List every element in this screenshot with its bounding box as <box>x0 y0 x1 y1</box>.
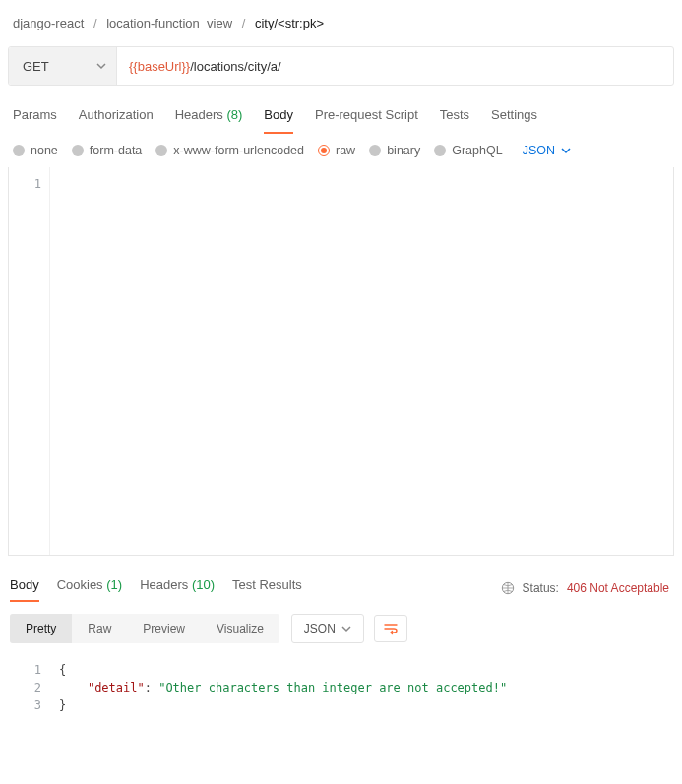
breadcrumb-part[interactable]: location-function_view <box>106 16 232 30</box>
url-variable: {{baseUrl}} <box>129 59 190 74</box>
resp-tab-headers-count: (10) <box>192 577 215 592</box>
breadcrumb-current: city/<str:pk> <box>255 16 324 30</box>
resp-tab-body[interactable]: Body <box>10 573 39 602</box>
line-number: 1 <box>8 661 41 679</box>
resp-tab-tests[interactable]: Test Results <box>232 573 302 602</box>
tab-settings[interactable]: Settings <box>491 101 537 134</box>
resp-tab-headers-label: Headers <box>140 577 188 592</box>
method-label: GET <box>23 59 49 74</box>
chevron-down-icon <box>96 61 106 71</box>
radio-icon <box>155 145 167 156</box>
resp-tab-cookies-count: (1) <box>106 577 122 592</box>
tab-headers[interactable]: Headers (8) <box>175 101 243 134</box>
response-content: { "detail": "Other characters than integ… <box>49 653 674 742</box>
radio-icon <box>434 145 446 156</box>
resp-tab-cookies-label: Cookies <box>57 577 103 592</box>
editor-content[interactable] <box>50 167 673 555</box>
status-label: Status: <box>523 581 559 595</box>
line-number: 2 <box>8 679 41 696</box>
tab-tests[interactable]: Tests <box>440 101 469 134</box>
response-format-label: JSON <box>304 622 336 635</box>
radio-icon <box>13 145 25 156</box>
response-tabs: Body Cookies (1) Headers (10) Test Resul… <box>10 573 302 602</box>
resp-tab-cookies[interactable]: Cookies (1) <box>57 573 122 602</box>
method-select[interactable]: GET <box>9 47 117 85</box>
radio-binary[interactable]: binary <box>369 144 420 157</box>
response-gutter: 1 2 3 <box>8 653 49 742</box>
tab-params[interactable]: Params <box>13 101 57 134</box>
json-key: "detail" <box>88 681 145 694</box>
wrap-icon <box>384 622 398 635</box>
view-pretty[interactable]: Pretty <box>10 614 72 643</box>
status-value[interactable]: 406 Not Acceptable <box>567 581 669 595</box>
response-body-editor[interactable]: 1 2 3 { "detail": "Other characters than… <box>8 653 674 742</box>
view-visualize[interactable]: Visualize <box>201 614 279 643</box>
response-format-select[interactable]: JSON <box>291 614 364 643</box>
body-type-options: none form-data x-www-form-urlencoded raw… <box>0 134 682 167</box>
url-input[interactable]: {{baseUrl}}/locations/city/a/ <box>117 47 673 85</box>
code-line: { <box>59 661 664 679</box>
request-tabs: Params Authorization Headers (8) Body Pr… <box>0 93 682 134</box>
line-number: 1 <box>9 175 41 193</box>
resp-tab-headers[interactable]: Headers (10) <box>140 573 215 602</box>
wrap-lines-button[interactable] <box>374 615 407 642</box>
radio-icon <box>318 145 330 156</box>
radio-none[interactable]: none <box>13 144 58 157</box>
radio-urlencoded[interactable]: x-www-form-urlencoded <box>155 144 304 157</box>
view-mode-segment: Pretty Raw Preview Visualize <box>10 614 279 643</box>
radio-formdata[interactable]: form-data <box>72 144 143 157</box>
tab-headers-label: Headers <box>175 107 223 122</box>
code-line: } <box>59 696 664 714</box>
tab-prerequest[interactable]: Pre-request Script <box>315 101 418 134</box>
breadcrumb-part[interactable]: django-react <box>13 16 84 30</box>
breadcrumb-separator: / <box>93 16 97 30</box>
breadcrumb: django-react / location-function_view / … <box>0 0 682 46</box>
request-body-editor[interactable]: 1 <box>8 167 674 556</box>
response-bar: Body Cookies (1) Headers (10) Test Resul… <box>0 562 682 610</box>
chevron-down-icon <box>561 146 571 155</box>
json-value: "Other characters than integer are not a… <box>158 681 507 694</box>
breadcrumb-separator: / <box>242 16 246 30</box>
status-area: Status: 406 Not Acceptable <box>501 581 669 595</box>
globe-icon[interactable] <box>501 581 515 595</box>
body-language-select[interactable]: JSON <box>523 144 571 157</box>
radio-graphql[interactable]: GraphQL <box>434 144 502 157</box>
radio-icon <box>369 145 381 156</box>
view-raw[interactable]: Raw <box>72 614 127 643</box>
view-preview[interactable]: Preview <box>127 614 201 643</box>
tab-authorization[interactable]: Authorization <box>79 101 154 134</box>
editor-gutter: 1 <box>9 167 50 555</box>
code-line: "detail": "Other characters than integer… <box>59 679 664 696</box>
radio-raw[interactable]: raw <box>318 144 355 157</box>
tab-body[interactable]: Body <box>264 101 293 134</box>
url-path: /locations/city/a/ <box>190 59 281 74</box>
response-view-controls: Pretty Raw Preview Visualize JSON <box>0 610 682 649</box>
request-bar: GET {{baseUrl}}/locations/city/a/ <box>8 46 674 86</box>
chevron-down-icon <box>341 624 351 633</box>
body-language-label: JSON <box>523 144 555 157</box>
line-number: 3 <box>8 696 41 714</box>
radio-icon <box>72 145 84 156</box>
tab-headers-count: (8) <box>226 107 242 122</box>
